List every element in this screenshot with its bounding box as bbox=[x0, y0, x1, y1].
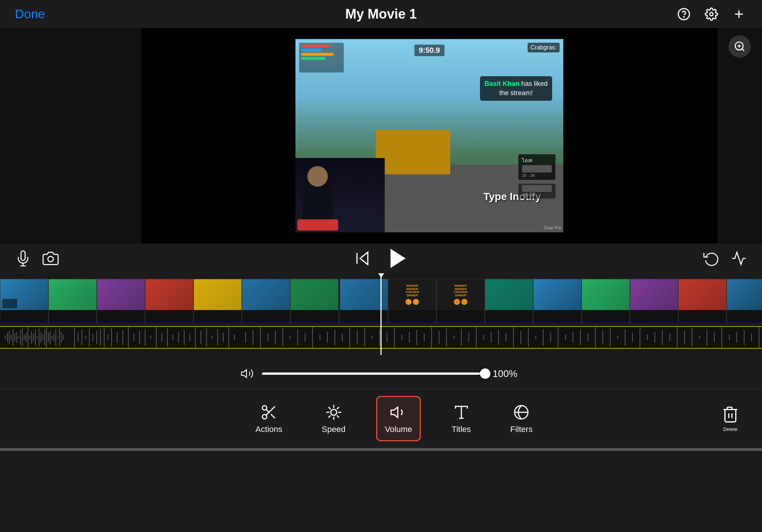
play-button[interactable] bbox=[387, 247, 409, 270]
controls-center bbox=[353, 247, 409, 270]
thumbnail-16 bbox=[727, 279, 762, 323]
bottom-toolbar: Actions Speed Volume bbox=[0, 388, 762, 448]
weapon-hud: ไอเท 25 - 34 40 - 24 bbox=[518, 154, 556, 199]
filters-icon bbox=[512, 403, 531, 422]
thumbnail-13 bbox=[582, 279, 630, 323]
titles-label: Titles bbox=[452, 425, 471, 434]
svg-marker-12 bbox=[360, 252, 368, 264]
svg-point-11 bbox=[48, 257, 54, 262]
undo-button[interactable] bbox=[703, 250, 720, 267]
delete-label: Delete bbox=[723, 426, 738, 432]
titles-icon bbox=[452, 403, 471, 422]
svg-line-158 bbox=[266, 409, 269, 412]
volume-icon bbox=[240, 366, 254, 381]
progress-fill bbox=[0, 448, 762, 451]
boost-bar bbox=[301, 57, 326, 60]
webcam-person bbox=[295, 158, 385, 232]
rewind-button[interactable] bbox=[353, 249, 372, 268]
health-bar bbox=[301, 45, 330, 48]
volume-slider-fill bbox=[262, 373, 485, 375]
svg-line-157 bbox=[271, 414, 275, 418]
done-button[interactable]: Done bbox=[15, 7, 45, 21]
controls-bar bbox=[0, 244, 762, 273]
thumbnail-12 bbox=[533, 279, 582, 323]
actions-label: Actions bbox=[256, 425, 282, 434]
preview-area: 9:50.9 Crabgras: Basit Khan has liked th… bbox=[141, 28, 717, 244]
webcam-overlay bbox=[295, 158, 385, 232]
hud-top-left bbox=[299, 43, 344, 72]
game-background: 9:50.9 Crabgras: Basit Khan has liked th… bbox=[295, 39, 563, 232]
svg-point-159 bbox=[331, 409, 337, 415]
energy-bar bbox=[301, 53, 334, 56]
volume-slider[interactable] bbox=[262, 373, 485, 375]
header: Done My Movie 1 bbox=[0, 0, 762, 28]
toolbar-item-speed[interactable]: Speed bbox=[313, 396, 354, 441]
timeline-area: WINNERWINNERCHICKENDINNER WINNERWINNE bbox=[0, 273, 762, 359]
settings-button[interactable] bbox=[703, 6, 720, 22]
thumbnail-6 bbox=[242, 279, 290, 323]
right-panel bbox=[717, 28, 762, 244]
header-left: Done bbox=[15, 7, 127, 21]
hud-top-right: Crabgras: bbox=[528, 43, 560, 52]
thumbnail-15 bbox=[678, 279, 727, 323]
microphone-button[interactable] bbox=[15, 250, 31, 267]
svg-marker-14 bbox=[391, 250, 404, 267]
delete-button[interactable]: Delete bbox=[721, 405, 740, 432]
stream-notification: Basit Khan has liked the stream! bbox=[480, 76, 552, 101]
thumbnail-4 bbox=[145, 279, 193, 323]
svg-marker-160 bbox=[391, 407, 398, 417]
thumbnail-7 bbox=[290, 279, 339, 323]
svg-marker-153 bbox=[241, 370, 247, 378]
svg-point-2 bbox=[710, 12, 713, 16]
audio-wave-button[interactable] bbox=[731, 250, 747, 267]
thumbnail-5 bbox=[193, 279, 242, 323]
thumbnail-2 bbox=[48, 279, 97, 323]
thumbnail-1 bbox=[0, 279, 48, 323]
ammo-bar bbox=[301, 49, 321, 52]
bottom-progress bbox=[0, 448, 762, 451]
thumbnail-11 bbox=[485, 279, 533, 323]
volume-label: Volume bbox=[385, 425, 412, 434]
controls-left bbox=[15, 250, 59, 267]
scissors-icon bbox=[260, 403, 278, 422]
header-right bbox=[635, 6, 747, 22]
toolbar-item-actions[interactable]: Actions bbox=[247, 396, 291, 441]
speed-icon bbox=[324, 403, 343, 422]
hud-timer: 9:50.9 bbox=[414, 45, 445, 56]
volume-area: 100% bbox=[0, 359, 762, 388]
controls-right bbox=[703, 250, 747, 267]
svg-point-155 bbox=[262, 415, 267, 419]
volume-toolbar-icon bbox=[389, 403, 408, 422]
thumbnail-14 bbox=[630, 279, 678, 323]
help-button[interactable] bbox=[676, 6, 692, 22]
zoom-button[interactable] bbox=[729, 35, 751, 58]
toolbar-item-titles[interactable]: Titles bbox=[443, 396, 480, 441]
header-center: My Movie 1 bbox=[345, 6, 417, 22]
main-area: 9:50.9 Crabgras: Basit Khan has liked th… bbox=[0, 28, 762, 244]
toolbar-item-filters[interactable]: Filters bbox=[502, 396, 541, 441]
volume-percent: 100% bbox=[493, 368, 522, 380]
thumbnail-winner-1: WINNERWINNERCHICKENDINNER bbox=[388, 279, 436, 323]
video-preview: 9:50.9 Crabgras: Basit Khan has liked th… bbox=[295, 39, 563, 232]
building bbox=[376, 130, 450, 174]
svg-point-154 bbox=[262, 406, 267, 410]
volume-thumb[interactable] bbox=[480, 368, 490, 379]
add-button[interactable] bbox=[731, 6, 747, 22]
speed-label: Speed bbox=[322, 425, 346, 434]
thumbnail-3 bbox=[97, 279, 145, 323]
filters-label: Filters bbox=[510, 425, 533, 434]
page-title: My Movie 1 bbox=[345, 6, 417, 22]
thumbnail-winner-2: WINNERWINNERCHICKENDINNER bbox=[436, 279, 485, 323]
playhead bbox=[381, 273, 382, 355]
corner-tag: Gear Fre bbox=[544, 225, 561, 230]
left-panel bbox=[0, 28, 141, 244]
svg-line-6 bbox=[742, 49, 744, 51]
camera-button[interactable] bbox=[42, 250, 59, 267]
toolbar-items: Actions Speed Volume bbox=[67, 396, 721, 441]
toolbar-item-volume[interactable]: Volume bbox=[376, 396, 420, 441]
